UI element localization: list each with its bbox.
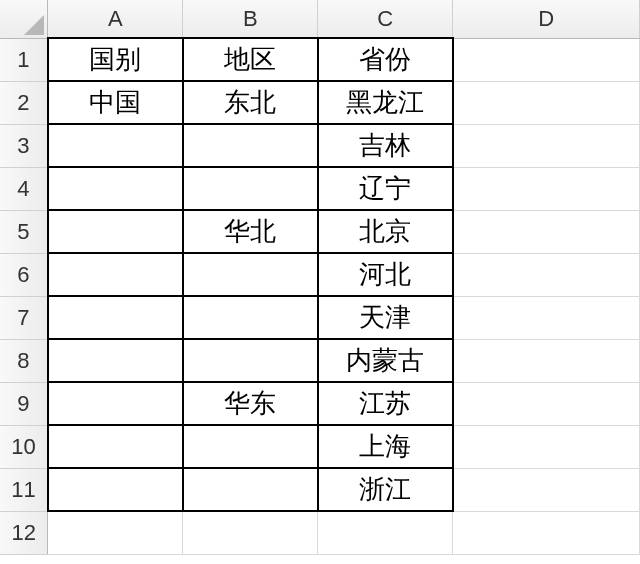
cell-c1[interactable]: 省份 bbox=[318, 38, 453, 81]
row-header-10[interactable]: 10 bbox=[0, 425, 48, 468]
spreadsheet-grid: A B C D 1 国别 地区 省份 2 中国 东北 黑龙江 3 吉林 4 辽宁… bbox=[0, 0, 640, 555]
cell-d8[interactable] bbox=[453, 339, 640, 382]
cell-c2[interactable]: 黑龙江 bbox=[318, 81, 453, 124]
cell-a8[interactable] bbox=[48, 339, 183, 382]
column-header-d[interactable]: D bbox=[453, 0, 640, 38]
table-row: 4 辽宁 bbox=[0, 167, 640, 210]
row-header-5[interactable]: 5 bbox=[0, 210, 48, 253]
cell-d4[interactable] bbox=[453, 167, 640, 210]
cell-c4[interactable]: 辽宁 bbox=[318, 167, 453, 210]
cell-a6[interactable] bbox=[48, 253, 183, 296]
cell-b10[interactable] bbox=[183, 425, 318, 468]
cell-a12[interactable] bbox=[48, 511, 183, 554]
table-row: 3 吉林 bbox=[0, 124, 640, 167]
cell-d2[interactable] bbox=[453, 81, 640, 124]
cell-c8[interactable]: 内蒙古 bbox=[318, 339, 453, 382]
cell-d1[interactable] bbox=[453, 38, 640, 81]
cell-b8[interactable] bbox=[183, 339, 318, 382]
column-header-a[interactable]: A bbox=[48, 0, 183, 38]
cell-d5[interactable] bbox=[453, 210, 640, 253]
row-header-12[interactable]: 12 bbox=[0, 511, 48, 554]
table-row: 8 内蒙古 bbox=[0, 339, 640, 382]
cell-a5[interactable] bbox=[48, 210, 183, 253]
cell-d11[interactable] bbox=[453, 468, 640, 511]
cell-c9[interactable]: 江苏 bbox=[318, 382, 453, 425]
cell-a2[interactable]: 中国 bbox=[48, 81, 183, 124]
cell-b4[interactable] bbox=[183, 167, 318, 210]
cell-b5[interactable]: 华北 bbox=[183, 210, 318, 253]
row-header-9[interactable]: 9 bbox=[0, 382, 48, 425]
table-row: 1 国别 地区 省份 bbox=[0, 38, 640, 81]
table-row: 9 华东 江苏 bbox=[0, 382, 640, 425]
cell-b1[interactable]: 地区 bbox=[183, 38, 318, 81]
cell-d10[interactable] bbox=[453, 425, 640, 468]
table-row: 6 河北 bbox=[0, 253, 640, 296]
row-header-11[interactable]: 11 bbox=[0, 468, 48, 511]
cell-d9[interactable] bbox=[453, 382, 640, 425]
cell-c5[interactable]: 北京 bbox=[318, 210, 453, 253]
cell-a4[interactable] bbox=[48, 167, 183, 210]
cell-b12[interactable] bbox=[183, 511, 318, 554]
cell-d7[interactable] bbox=[453, 296, 640, 339]
row-header-8[interactable]: 8 bbox=[0, 339, 48, 382]
cell-a3[interactable] bbox=[48, 124, 183, 167]
row-header-6[interactable]: 6 bbox=[0, 253, 48, 296]
cell-a10[interactable] bbox=[48, 425, 183, 468]
cell-d6[interactable] bbox=[453, 253, 640, 296]
cell-b11[interactable] bbox=[183, 468, 318, 511]
cell-c11[interactable]: 浙江 bbox=[318, 468, 453, 511]
table-row: 11 浙江 bbox=[0, 468, 640, 511]
row-header-7[interactable]: 7 bbox=[0, 296, 48, 339]
cell-b6[interactable] bbox=[183, 253, 318, 296]
cell-a1[interactable]: 国别 bbox=[48, 38, 183, 81]
column-header-c[interactable]: C bbox=[318, 0, 453, 38]
table-row: 12 bbox=[0, 511, 640, 554]
column-header-row: A B C D bbox=[0, 0, 640, 38]
row-header-4[interactable]: 4 bbox=[0, 167, 48, 210]
cell-c12[interactable] bbox=[318, 511, 453, 554]
cell-a11[interactable] bbox=[48, 468, 183, 511]
cell-b3[interactable] bbox=[183, 124, 318, 167]
table-row: 10 上海 bbox=[0, 425, 640, 468]
cell-d12[interactable] bbox=[453, 511, 640, 554]
cell-b7[interactable] bbox=[183, 296, 318, 339]
cell-d3[interactable] bbox=[453, 124, 640, 167]
cell-c6[interactable]: 河北 bbox=[318, 253, 453, 296]
cell-c3[interactable]: 吉林 bbox=[318, 124, 453, 167]
row-header-2[interactable]: 2 bbox=[0, 81, 48, 124]
table-row: 7 天津 bbox=[0, 296, 640, 339]
row-header-3[interactable]: 3 bbox=[0, 124, 48, 167]
cell-b9[interactable]: 华东 bbox=[183, 382, 318, 425]
column-header-b[interactable]: B bbox=[183, 0, 318, 38]
cell-a7[interactable] bbox=[48, 296, 183, 339]
table-row: 2 中国 东北 黑龙江 bbox=[0, 81, 640, 124]
table-row: 5 华北 北京 bbox=[0, 210, 640, 253]
cell-b2[interactable]: 东北 bbox=[183, 81, 318, 124]
select-all-corner[interactable] bbox=[0, 0, 48, 38]
cell-c7[interactable]: 天津 bbox=[318, 296, 453, 339]
cell-c10[interactable]: 上海 bbox=[318, 425, 453, 468]
cell-a9[interactable] bbox=[48, 382, 183, 425]
row-header-1[interactable]: 1 bbox=[0, 38, 48, 81]
